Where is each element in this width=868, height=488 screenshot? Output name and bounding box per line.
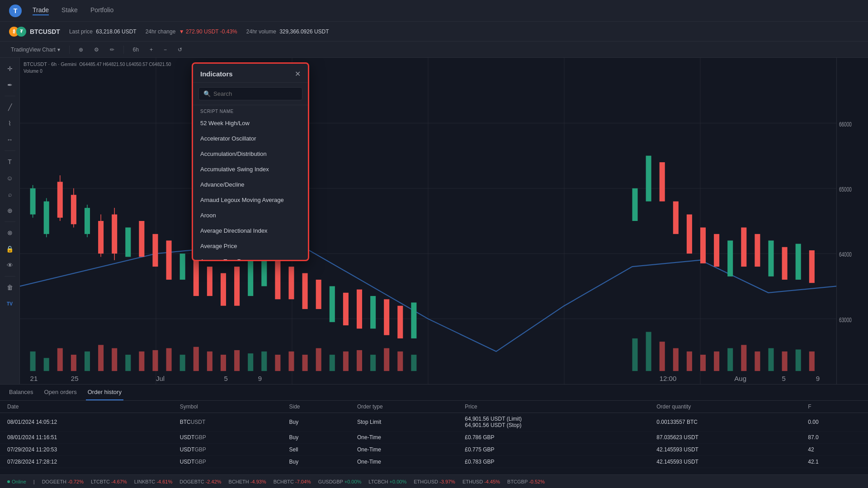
zoom-in-button[interactable]: + <box>146 45 156 55</box>
toolbar-separator-1 <box>69 46 70 54</box>
tab-open-orders[interactable]: Open orders <box>42 385 78 400</box>
text-tool[interactable]: T <box>3 155 17 169</box>
ticker-item: LINKBTC -4.61% <box>134 479 172 484</box>
col-date: Date <box>0 401 173 413</box>
tab-order-history[interactable]: Order history <box>86 385 123 400</box>
search-input[interactable] <box>213 90 297 97</box>
cell-symbol: USDTGBP <box>173 432 282 444</box>
cell-date: 07/28/2024 17:28:12 <box>0 456 173 468</box>
cell-order-type: One-Time <box>350 432 458 444</box>
chart-type-label: TradingView Chart <box>11 47 56 53</box>
svg-text:65000: 65000 <box>839 186 852 193</box>
ticker-item: BTCGBP -0.52% <box>507 479 545 484</box>
ticker-item: BCHBTC -7.04% <box>274 479 311 484</box>
col-side: Side <box>282 401 350 413</box>
tab-balances[interactable]: Balances <box>7 385 35 400</box>
indicator-list-item[interactable]: Aroon <box>193 208 308 223</box>
tv-logo: TV <box>3 296 17 311</box>
indicator-list-item[interactable]: Accumulative Swing Index <box>193 162 308 177</box>
ticker-separator: | <box>33 479 35 484</box>
nav-portfolio[interactable]: Portfolio <box>90 6 113 15</box>
measure-tool[interactable]: ⌕ <box>3 187 17 202</box>
status-bar: Online | DOGEETH -0.72%LTCBTC -4.67%LINK… <box>0 474 868 488</box>
ticker-strip: DOGEETH -0.72%LTCBTC -4.67%LINKBTC -4.61… <box>42 479 545 484</box>
cell-price: £0.783 GBP <box>458 456 649 468</box>
indicators-modal: Indicators ✕ 🔍 Script Name 52 Week High/… <box>192 62 309 261</box>
modal-list-header: Script Name <box>193 105 308 116</box>
bottom-tabs: Balances Open orders Order history <box>0 385 868 401</box>
nav-trade[interactable]: Trade <box>33 6 49 15</box>
zoom-tool[interactable]: ⊕ <box>3 203 17 218</box>
magnet-tool[interactable]: ⊗ <box>3 225 17 240</box>
top-nav: T Trade Stake Portfolio <box>0 0 868 22</box>
cell-side: Sell <box>282 444 350 456</box>
lock-tool[interactable]: 🔒 <box>3 242 17 256</box>
main-area: ✛ ✒ ╱ ⌇ ↔ T ☺ ⌕ ⊕ ⊗ 🔒 👁 🗑 TV BTCUSDT · 6… <box>0 58 868 384</box>
ticker-item: GUSDGBP +0.00% <box>318 479 362 484</box>
col-price: Price <box>458 401 649 413</box>
chevron-down-icon: ▾ <box>57 47 60 53</box>
ticker-item: ETHUSD -4.45% <box>462 479 500 484</box>
search-icon: 🔍 <box>203 90 211 97</box>
cell-date: 08/01/2024 14:05:12 <box>0 413 173 432</box>
last-price-info: Last price 63,218.06 USDT <box>69 28 137 35</box>
reset-button[interactable]: ↺ <box>174 45 186 55</box>
ticker-item: DOGEETH -0.72% <box>42 479 84 484</box>
delete-tool[interactable]: 🗑 <box>3 280 17 295</box>
symbol-bar: ₿ ₮ BTCUSDT Last price 63,218.06 USDT 24… <box>0 22 868 42</box>
cell-quantity: 42.145593 USDT <box>649 456 801 468</box>
lt-sep-1 <box>5 96 15 96</box>
fib-tool[interactable]: ⌇ <box>3 116 17 131</box>
bottom-panel: Balances Open orders Order history Date … <box>0 384 868 474</box>
pen-tool[interactable]: ✒ <box>3 78 17 92</box>
cell-f: 42 <box>801 444 868 456</box>
lt-sep-3 <box>5 221 15 222</box>
svg-text:63000: 63000 <box>839 316 852 324</box>
col-order-type: Order type <box>350 401 458 413</box>
left-toolbar: ✛ ✒ ╱ ⌇ ↔ T ☺ ⌕ ⊕ ⊗ 🔒 👁 🗑 TV <box>0 58 20 384</box>
table-row: 08/01/2024 11:16:51 USDTGBP Buy One-Time… <box>0 432 868 444</box>
symbol-info: ₿ ₮ BTCUSDT <box>9 27 60 37</box>
cell-quantity: 0.00133557 BTC <box>649 413 801 432</box>
ticker-item: LTCBCH +0.00% <box>368 479 406 484</box>
cell-order-type: Stop Limit <box>350 413 458 432</box>
search-input-wrap: 🔍 <box>198 87 302 100</box>
cell-date: 08/01/2024 11:16:51 <box>0 432 173 444</box>
emoji-tool[interactable]: ☺ <box>3 171 17 185</box>
indicator-list-item[interactable]: Accumulation/Distribution <box>193 146 308 162</box>
volume-label: 24hr volume <box>246 28 276 35</box>
indicator-list-item[interactable]: Average Price <box>193 239 308 254</box>
nav-stake[interactable]: Stake <box>61 6 78 15</box>
cell-price: £0.775 GBP <box>458 444 649 456</box>
table-row: 07/28/2024 17:28:12 USDTGBP Buy One-Time… <box>0 456 868 468</box>
modal-close-button[interactable]: ✕ <box>295 70 301 78</box>
indicator-list-item[interactable]: Advance/Decline <box>193 177 308 192</box>
online-dot <box>7 480 10 483</box>
indicator-list-item[interactable]: Average True Range <box>193 254 308 260</box>
cell-side: Buy <box>282 432 350 444</box>
cell-price: 64,901.56 USDT (Limit) 64,901.56 USDT (S… <box>458 413 649 432</box>
last-price-value: 63,218.06 USDT <box>96 28 136 35</box>
zoom-out-button[interactable]: − <box>160 45 170 55</box>
draw-button[interactable]: ✏ <box>106 45 118 55</box>
ruler-tool[interactable]: ↔ <box>3 132 17 147</box>
indicator-list-item[interactable]: Average Directional Index <box>193 223 308 239</box>
indicator-list-item[interactable]: Arnaud Legoux Moving Average <box>193 192 308 208</box>
chart-type-button[interactable]: TradingView Chart ▾ <box>7 45 64 55</box>
change-info: 24hr change ▼ 272.90 USDT -0.43% <box>146 28 237 35</box>
indicator-button[interactable]: ⚙ <box>90 45 103 55</box>
indicator-list: 52 Week High/LowAccelerator OscillatorAc… <box>193 116 308 260</box>
cell-symbol: USDTGBP <box>173 444 282 456</box>
order-table-container: Date Symbol Side Order type Price Order … <box>0 401 868 468</box>
nav-links: Trade Stake Portfolio <box>33 6 113 15</box>
indicator-list-item[interactable]: Accelerator Oscillator <box>193 131 308 146</box>
compare-button[interactable]: ⊕ <box>75 45 87 55</box>
change-label: 24hr change <box>146 28 176 35</box>
eye-tool[interactable]: 👁 <box>3 258 17 272</box>
crosshair-tool[interactable]: ✛ <box>3 61 17 76</box>
indicator-list-item[interactable]: 52 Week High/Low <box>193 116 308 131</box>
cell-quantity: 42.145593 USDT <box>649 444 801 456</box>
timeframe-button[interactable]: 6h <box>129 45 142 55</box>
line-tool[interactable]: ╱ <box>3 100 17 114</box>
col-symbol: Symbol <box>173 401 282 413</box>
